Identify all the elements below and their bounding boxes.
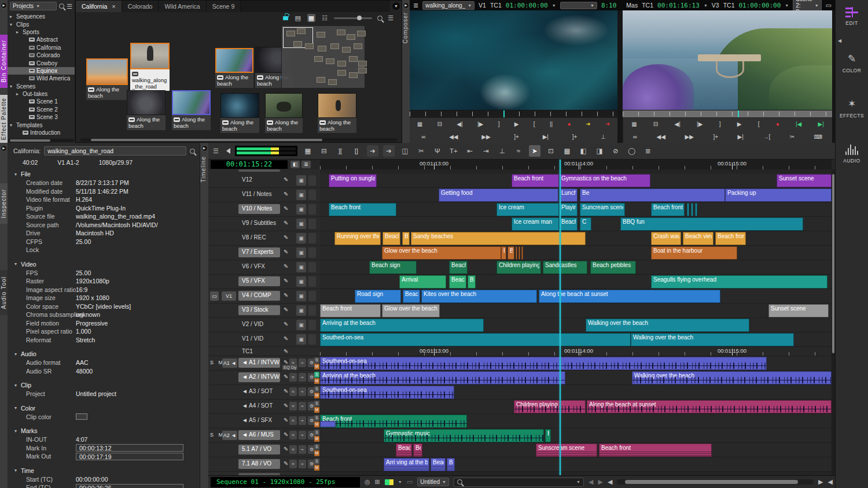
track-monitor-icon[interactable]: ▣	[296, 219, 306, 229]
track-list-icon[interactable]: ≣	[301, 161, 311, 168]
timeline-clip-sunset-scene[interactable]: Sunset scene	[777, 174, 832, 187]
timeline-clip-beach-pebbles[interactable]: Beach pebbles	[590, 261, 636, 274]
automation-icon[interactable]: ⌁	[299, 431, 306, 439]
track-monitor-icon[interactable]: ▣	[296, 320, 306, 330]
track-lane-a6[interactable]: Gymnastic musicB	[320, 428, 832, 443]
timeline-clip-suncream-scene[interactable]: Suncream scene	[580, 203, 625, 216]
sidebar-item-cowboy[interactable]: Cowboy	[8, 59, 75, 66]
timeline-clip-be[interactable]: Be	[580, 188, 725, 202]
timeline-clip-bbq-fun[interactable]: BBQ fun	[620, 217, 803, 231]
frame-view-icon[interactable]: ▦	[307, 14, 315, 22]
timeline-clip-sliver[interactable]	[691, 203, 693, 216]
focus-icon[interactable]: ◧	[290, 161, 300, 168]
track-lane-v2[interactable]: Arriving at the beachWalking over the be…	[320, 318, 832, 332]
timeline-clip-putting-on-sunglas[interactable]: Putting on sunglas	[329, 174, 377, 187]
timeline-clip-sliver[interactable]	[516, 246, 517, 260]
mute-button[interactable]: M	[314, 450, 319, 456]
go-to-end-icon[interactable]: ▶|	[738, 134, 744, 141]
timeline-clip-walking-over-the-beach[interactable]: Walking over the beach	[586, 319, 749, 332]
pencil-icon[interactable]: ✎	[284, 292, 288, 298]
section-header-clip[interactable]: ▾Clip	[8, 380, 200, 390]
clip-name-input[interactable]	[44, 146, 186, 156]
pencil-icon[interactable]: ✎	[284, 388, 288, 394]
timeline-search[interactable]: ▼	[454, 478, 584, 487]
tab-inspector[interactable]: Inspector	[0, 183, 8, 224]
timeline-clip-seagulls-flying-overhead[interactable]: Seagulls flying overhead	[651, 275, 827, 289]
track-record-icon[interactable]	[308, 276, 316, 287]
timeline-clip-sunset-scene[interactable]: Sunset scene	[768, 304, 829, 317]
track-name-v4[interactable]: V4 / COMP	[238, 291, 280, 301]
close-icon[interactable]: ×	[112, 3, 115, 10]
bin-tab-scene-9[interactable]: Scene 9	[207, 1, 241, 12]
bin-clip[interactable]: Along the beach	[215, 48, 253, 73]
track-patch[interactable]: A2 ◄	[222, 431, 237, 440]
video-quality-icon[interactable]: ▦	[631, 121, 637, 128]
record-dot-icon[interactable]: ●	[568, 121, 571, 128]
track-name-v3[interactable]: V3 / Stock	[238, 305, 280, 315]
track-lane-v12[interactable]: Putting on sunglasBeach frontGymnastics …	[320, 173, 832, 188]
render-icon[interactable]: ≣	[642, 145, 654, 157]
solo-button[interactable]: S	[314, 415, 319, 421]
timeline-clip-glow-over-the-beach[interactable]: Glow over the beach	[382, 246, 501, 260]
section-header-file[interactable]: ▾File	[8, 169, 200, 179]
sidebar-item-wild-america[interactable]: Wild America	[8, 75, 75, 82]
track-name-v10[interactable]: V10 / Notes	[238, 204, 280, 214]
sidebar-item-scene-1[interactable]: Scene 1	[8, 98, 75, 105]
timeline-horizontal-scrollbar[interactable]	[617, 479, 814, 485]
field-input[interactable]: 00:00:13:12	[76, 444, 183, 452]
tab-bin-container[interactable]: Bin Container	[0, 35, 8, 88]
timeline-clip-kites-over-the-beach[interactable]: Kites over the beach	[421, 290, 537, 303]
timeline-clip-walking-over-the-beach[interactable]: Walking over the beach	[632, 371, 832, 385]
bin-clip[interactable]: Along the beach	[86, 58, 128, 85]
video-quality-icon[interactable]: ▦	[302, 145, 314, 157]
preset-selector[interactable]: Untitled ▼	[417, 478, 449, 486]
solo-button[interactable]: S	[314, 444, 319, 450]
mode-effects[interactable]: ✶ EFFECTS	[836, 98, 868, 119]
pencil-icon[interactable]: ✎	[284, 263, 288, 269]
track-lane-v10[interactable]: Beach frontIce creamPlayingSuncream scen…	[320, 202, 832, 217]
trim-left-icon[interactable]: ][	[334, 145, 346, 157]
projects-selector[interactable]: Projects ▼	[10, 2, 57, 10]
track-lane-v5[interactable]: ArrivalBeachBeSeagulls flying overhead	[320, 275, 832, 289]
timeline-clip-beach[interactable]: Beach	[403, 290, 420, 303]
prev-result-icon[interactable]: ◀	[589, 478, 593, 486]
transition-right-icon[interactable]: ◨	[594, 145, 605, 157]
track-monitor-icon[interactable]: ▣	[296, 247, 306, 258]
track-lane-v8[interactable]: Running over the sBeachBeSandy beachesCr…	[320, 231, 832, 246]
track-name-a2[interactable]: ◄ A2 / INTVW	[238, 372, 280, 382]
waveform-icon[interactable]: ≈	[289, 460, 297, 468]
mode-color[interactable]: ✎ COLOR	[836, 53, 868, 73]
mute-button[interactable]: M	[314, 364, 319, 369]
sidebar-item-equinox[interactable]: Equinox	[8, 67, 75, 75]
go-to-out-icon[interactable]: ]+	[514, 134, 519, 141]
track-monitor-icon[interactable]: ▣	[296, 262, 306, 272]
track-name-v2[interactable]: V2 / VID	[238, 320, 280, 330]
timeline-clip-crash-wave[interactable]: Crash wave	[651, 232, 681, 245]
chevron-down-icon[interactable]: ▼	[785, 3, 789, 8]
sidebar-item-templates[interactable]: ▾Templates	[8, 121, 75, 128]
track-monitor-icon[interactable]: ▣	[296, 204, 306, 215]
timeline-clip-southend-on-sea[interactable]: Southend-on-sea	[320, 386, 454, 399]
master-timecode[interactable]: 00:01:15:22	[211, 160, 288, 169]
track-lane-a1[interactable]: Southend-on-sea	[320, 356, 832, 371]
pencil-icon[interactable]: ✎	[284, 335, 288, 342]
waveform-icon[interactable]: ≈	[289, 387, 297, 396]
timeline-clip-southed-on-sea[interactable]: Southed-on-sea	[320, 333, 631, 346]
scissors-icon[interactable]: ✂	[790, 134, 795, 141]
menu-icon[interactable]: ☰	[67, 3, 72, 9]
solo-button[interactable]: S	[314, 357, 319, 363]
timeline-menu-icon[interactable]: ☰	[213, 148, 219, 154]
pencil-icon[interactable]: ✎	[284, 431, 288, 438]
track-name-a1[interactable]: ◄ A1 / INTVW	[238, 358, 280, 368]
track-record-icon[interactable]	[308, 262, 316, 272]
panel-play-icon[interactable]: ▶	[403, 2, 409, 9]
monitor-icon[interactable]: ▭	[407, 478, 413, 486]
timeline-clip-beach-view[interactable]: Beach view	[683, 232, 713, 245]
record-monitor[interactable]	[623, 10, 832, 110]
timeline-clip-children-playing[interactable]: Children playing	[514, 400, 586, 413]
sidebar-item-sequences[interactable]: ▸Sequences	[8, 13, 75, 20]
automation-icon[interactable]: ⌁	[299, 445, 306, 454]
automation-icon[interactable]: ⌁	[299, 373, 306, 382]
track-name-a7[interactable]: 5.1 A7 / VO	[238, 445, 280, 454]
timeline-clip-beach-front[interactable]: Beach front	[320, 415, 467, 428]
